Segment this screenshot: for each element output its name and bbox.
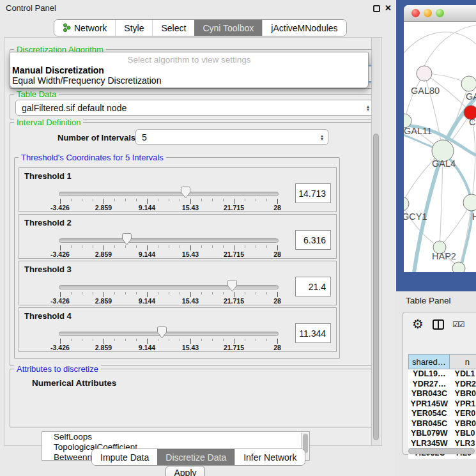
minor-tick xyxy=(256,339,256,341)
table-cell[interactable]: YPR145W xyxy=(408,399,450,410)
threshold-slider-track[interactable] xyxy=(59,192,279,196)
algorithm-option-1[interactable]: Manual Discretization xyxy=(12,65,104,75)
tab-network[interactable]: Network xyxy=(54,20,115,36)
network-node[interactable] xyxy=(463,194,476,211)
tab-select[interactable]: Select xyxy=(152,20,194,36)
table-h-scrollbar[interactable] xyxy=(408,448,476,454)
attribute-list-item[interactable]: SelfLoops xyxy=(42,432,309,442)
float-window-icon[interactable] xyxy=(373,5,380,12)
tick-label: 21.715 xyxy=(224,344,244,351)
split-columns-icon[interactable] xyxy=(433,319,444,330)
algorithm-option-2[interactable]: Equal Width/Frequency Discretization xyxy=(12,75,161,86)
gear-icon[interactable]: ⚙ xyxy=(412,318,424,330)
major-tick xyxy=(104,199,104,204)
table-cell[interactable]: YBR0 xyxy=(450,389,476,399)
minimize-traffic-light-icon[interactable] xyxy=(424,9,432,17)
minor-tick xyxy=(125,245,126,248)
tab-style[interactable]: Style xyxy=(115,20,152,36)
threshold-slider-handle[interactable] xyxy=(122,233,132,245)
table-cell[interactable]: YBL079W xyxy=(408,429,450,439)
threshold-slider-track[interactable] xyxy=(59,285,279,289)
table-cell[interactable]: YLR345W xyxy=(408,439,450,449)
table-cell[interactable]: YDL1 xyxy=(450,369,476,380)
table-cell[interactable]: YBR043C xyxy=(408,389,450,399)
table-cell[interactable]: YER054C xyxy=(408,409,450,419)
table-cell[interactable]: YDR2 xyxy=(450,380,476,390)
algorithm-dropdown-popup: Select algorithm to view settings Manual… xyxy=(10,52,369,88)
close-traffic-light-icon[interactable] xyxy=(411,9,420,17)
panel-scrollbar-thumb[interactable] xyxy=(373,134,379,440)
table-row[interactable]: YBL079WYBL0 xyxy=(408,429,476,439)
table-cell[interactable]: YER0 xyxy=(450,409,476,419)
tab-jactivemnodules[interactable]: jActiveMNodules xyxy=(262,20,346,36)
table-h-scrollbar-thumb[interactable] xyxy=(408,448,475,454)
threshold-slider-handle[interactable] xyxy=(157,326,167,339)
threshold-slider-track[interactable] xyxy=(59,238,279,243)
table-cell[interactable]: YBL0 xyxy=(450,429,476,439)
tab-cyni-toolbox[interactable]: Cyni Toolbox xyxy=(194,20,262,36)
tick-label: -3.426 xyxy=(50,204,70,211)
threshold-value-field[interactable]: 11.344 xyxy=(295,323,331,343)
minor-tick xyxy=(223,339,224,341)
numerical-attributes-label: Numerical Attributes xyxy=(32,378,116,388)
table-row[interactable]: YLR345WYLR3 xyxy=(408,439,476,449)
threshold-value-field[interactable]: 6.316 xyxy=(295,230,331,250)
table-row[interactable]: YBR045CYBR0 xyxy=(408,419,476,429)
panel-scrollbar[interactable] xyxy=(371,38,380,445)
table-row[interactable]: YER054CYER0 xyxy=(408,409,476,419)
network-node[interactable] xyxy=(404,197,409,211)
major-tick xyxy=(234,245,234,250)
table-cell[interactable]: YBR0 xyxy=(450,419,476,429)
network-window-titlebar[interactable] xyxy=(404,5,476,22)
table-panel-title: Table Panel xyxy=(406,296,451,305)
table-row[interactable]: YPR145WYPR1 xyxy=(408,399,476,410)
table-data-combo[interactable]: galFiltered.sif default node ▲▼ xyxy=(15,100,374,116)
table-cell[interactable]: YLR3 xyxy=(450,439,476,449)
table-cell[interactable]: YDR27… xyxy=(408,380,450,390)
apply-button[interactable]: Apply xyxy=(165,466,205,476)
tab-discretize-data[interactable]: Discretize Data xyxy=(157,449,234,465)
major-tick xyxy=(104,292,104,297)
minor-tick xyxy=(201,199,202,201)
network-edge[interactable] xyxy=(424,25,476,66)
threshold-slider-handle[interactable] xyxy=(181,187,190,199)
table-cell[interactable]: YBR045C xyxy=(408,419,450,429)
table-panel: ⚙ ☑☑ shared…nYDL19…YDL1YDR27…YDR2YBR043C… xyxy=(403,312,476,455)
threshold-slider-track[interactable] xyxy=(59,332,279,336)
column-header[interactable]: n xyxy=(450,354,476,369)
table-row[interactable]: YDL19…YDL1 xyxy=(408,369,476,380)
close-icon[interactable]: ✕ xyxy=(385,3,392,13)
minor-tick xyxy=(158,199,158,201)
minor-tick xyxy=(256,199,256,201)
minor-tick xyxy=(169,292,169,295)
checkbox-icons[interactable]: ☑☑ xyxy=(452,320,464,329)
threshold-label: Threshold 4 xyxy=(24,311,72,321)
tab-infer-network[interactable]: Infer Network xyxy=(234,449,305,465)
threshold-value-field[interactable]: 21.4 xyxy=(295,277,331,296)
node-label: C xyxy=(469,117,475,127)
minor-tick xyxy=(201,245,202,248)
table-cell[interactable]: YDL19… xyxy=(408,369,450,380)
combo-stepper-icon[interactable]: ▲▼ xyxy=(316,134,328,141)
tab-impute-data[interactable]: Impute Data xyxy=(92,449,157,465)
minor-tick xyxy=(158,339,158,341)
minor-tick xyxy=(245,245,245,248)
major-tick xyxy=(147,292,148,297)
table-row[interactable]: YDR27…YDR2 xyxy=(408,380,476,390)
network-node[interactable] xyxy=(417,66,432,81)
table-row[interactable]: YBR043CYBR0 xyxy=(408,389,476,399)
minor-tick xyxy=(256,292,256,295)
network-node[interactable] xyxy=(461,76,476,91)
column-header[interactable]: shared… xyxy=(408,354,450,369)
number-of-intervals-combo[interactable]: 5 ▲▼ xyxy=(135,129,328,145)
network-node[interactable] xyxy=(452,262,465,272)
network-canvas[interactable]: GAL80GACGAL11GAL4GCY1HHAP2 xyxy=(404,22,476,272)
threshold-value-field[interactable]: 14.713 xyxy=(295,183,331,203)
table-data-group: Table Data galFiltered.sif default node … xyxy=(10,94,379,119)
threshold-panel-2: Threshold 2-3.4262.8599.14415.4321.71528… xyxy=(19,214,337,259)
tick-label: 2.859 xyxy=(95,250,112,258)
table-cell[interactable]: YPR1 xyxy=(450,399,476,410)
table-data-title: Table Data xyxy=(14,89,59,99)
zoom-traffic-light-icon[interactable] xyxy=(436,9,444,17)
threshold-slider-handle[interactable] xyxy=(227,280,237,292)
